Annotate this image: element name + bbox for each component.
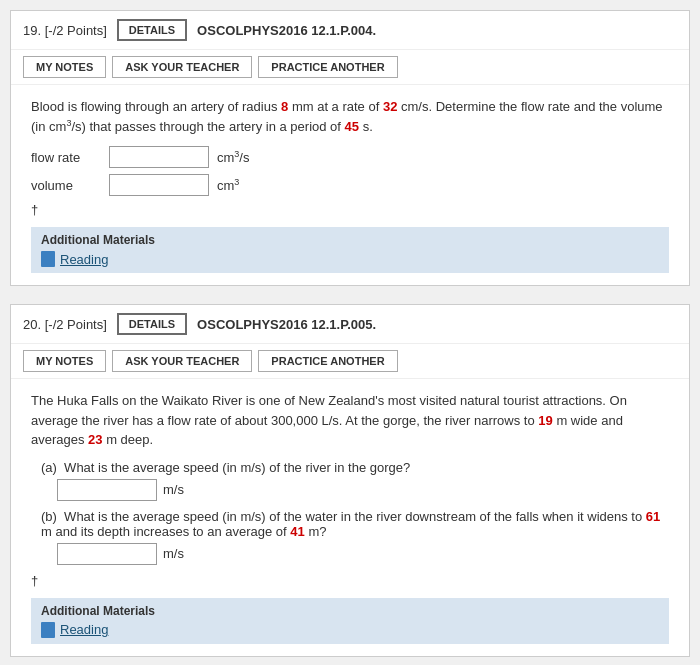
- problem-code-20: OSCOLPHYS2016 12.1.P.005.: [197, 317, 376, 332]
- action-bar-20: MY NOTES ASK YOUR TEACHER PRACTICE ANOTH…: [11, 344, 689, 379]
- sub-question-b-label: (b) What is the average speed (in m/s) o…: [41, 509, 669, 539]
- practice-button-20[interactable]: PRACTICE ANOTHER: [258, 350, 397, 372]
- details-button-19[interactable]: DETAILS: [117, 19, 187, 41]
- points-text: [-/2 Points]: [45, 23, 107, 38]
- volume-row: volume cm3: [31, 174, 669, 196]
- problem-body-20: The Huka Falls on the Waikato River is o…: [11, 379, 689, 656]
- reading-icon-19: [41, 251, 55, 267]
- additional-materials-title-19: Additional Materials: [41, 233, 659, 247]
- reading-icon-20: [41, 622, 55, 638]
- reading-label-20: Reading: [60, 622, 108, 637]
- problem-card-20: 20. [-/2 Points] DETAILS OSCOLPHYS2016 1…: [10, 304, 690, 657]
- dagger-19: †: [31, 202, 669, 217]
- problem-code-19: OSCOLPHYS2016 12.1.P.004.: [197, 23, 376, 38]
- action-bar-19: MY NOTES ASK YOUR TEACHER PRACTICE ANOTH…: [11, 50, 689, 85]
- additional-materials-title-20: Additional Materials: [41, 604, 659, 618]
- problem-text-20: The Huka Falls on the Waikato River is o…: [31, 391, 669, 450]
- sub-question-b: (b) What is the average speed (in m/s) o…: [41, 509, 669, 565]
- ask-teacher-button-20[interactable]: ASK YOUR TEACHER: [112, 350, 252, 372]
- flow-rate-label: flow rate: [31, 150, 101, 165]
- speed-downstream-unit: m/s: [163, 546, 184, 561]
- speed-gorge-input[interactable]: [57, 479, 157, 501]
- volume-unit: cm3: [217, 177, 239, 193]
- problem-number-19: 19. [-/2 Points]: [23, 23, 107, 38]
- volume-label: volume: [31, 178, 101, 193]
- reading-link-20[interactable]: Reading: [41, 622, 659, 638]
- problem-number-20: 20. [-/2 Points]: [23, 317, 107, 332]
- additional-materials-19: Additional Materials Reading: [31, 227, 669, 273]
- points-text-20: [-/2 Points]: [45, 317, 107, 332]
- my-notes-button-20[interactable]: MY NOTES: [23, 350, 106, 372]
- reading-link-19[interactable]: Reading: [41, 251, 659, 267]
- practice-button-19[interactable]: PRACTICE ANOTHER: [258, 56, 397, 78]
- problem-header-20: 20. [-/2 Points] DETAILS OSCOLPHYS2016 1…: [11, 305, 689, 344]
- problem-body-19: Blood is flowing through an artery of ra…: [11, 85, 689, 285]
- flow-rate-row: flow rate cm3/s: [31, 146, 669, 168]
- problem-card-19: 19. [-/2 Points] DETAILS OSCOLPHYS2016 1…: [10, 10, 690, 286]
- ask-teacher-button-19[interactable]: ASK YOUR TEACHER: [112, 56, 252, 78]
- reading-label-19: Reading: [60, 252, 108, 267]
- details-button-20[interactable]: DETAILS: [117, 313, 187, 335]
- volume-input[interactable]: [109, 174, 209, 196]
- flow-rate-unit: cm3/s: [217, 149, 249, 165]
- speed-gorge-unit: m/s: [163, 482, 184, 497]
- dagger-20: †: [31, 573, 669, 588]
- speed-downstream-input[interactable]: [57, 543, 157, 565]
- problem-header-19: 19. [-/2 Points] DETAILS OSCOLPHYS2016 1…: [11, 11, 689, 50]
- my-notes-button-19[interactable]: MY NOTES: [23, 56, 106, 78]
- sub-question-a-label: (a) What is the average speed (in m/s) o…: [41, 460, 669, 475]
- sub-question-a: (a) What is the average speed (in m/s) o…: [41, 460, 669, 501]
- flow-rate-input[interactable]: [109, 146, 209, 168]
- problem-text-19: Blood is flowing through an artery of ra…: [31, 97, 669, 136]
- sub-input-row-a: m/s: [57, 479, 669, 501]
- additional-materials-20: Additional Materials Reading: [31, 598, 669, 644]
- number-text-20: 20.: [23, 317, 41, 332]
- sub-input-row-b: m/s: [57, 543, 669, 565]
- number-text: 19.: [23, 23, 41, 38]
